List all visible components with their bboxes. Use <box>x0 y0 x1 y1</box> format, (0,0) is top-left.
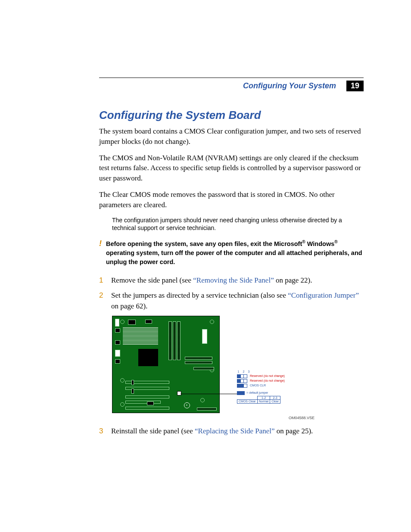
text-fragment: Set the jumpers as directed by a service… <box>111 291 288 299</box>
xref-link[interactable]: “Replacing the Side Panel” <box>195 427 275 435</box>
xref-link[interactable]: “Configuration Jumper” <box>288 291 359 299</box>
step-number: 3 <box>99 426 105 437</box>
step-text: Reinstall the side panel (see “Replacing… <box>111 426 364 437</box>
legend-row: Reserved (do not change) <box>237 379 285 383</box>
list-item: 1 Remove the side panel (see “Removing t… <box>99 275 364 286</box>
warning-icon: ! <box>99 239 102 267</box>
list-item: 2 Set the jumpers as directed by a servi… <box>99 290 364 311</box>
legend-row: Reserved (do not change) <box>237 374 285 378</box>
step-number: 1 <box>99 275 105 286</box>
table-row-label: CMOS Clear <box>237 400 258 404</box>
pin-number-row: 1 2 3 <box>237 370 285 373</box>
page-title: Configuring the System Board <box>99 109 364 122</box>
default-jumper-label: = default jumper <box>246 391 268 395</box>
motherboard-diagram: + <box>112 316 220 413</box>
warning-text: Before opening the system, save any open… <box>106 239 364 267</box>
table-cell: Normal <box>257 400 270 404</box>
figure-code: OM04588.VSE <box>112 416 314 420</box>
page-number-badge: 19 <box>346 81 364 91</box>
body-paragraph: The Clear CMOS mode removes the password… <box>99 190 364 210</box>
jumper-icon <box>237 374 247 378</box>
text-fragment: on page 25). <box>275 427 313 435</box>
step-number: 2 <box>99 290 105 311</box>
warning-box: ! Before opening the system, save any op… <box>99 239 364 267</box>
header-rule <box>99 78 364 78</box>
reserved-label: Reserved (do not change) <box>250 379 285 383</box>
step-text: Remove the side panel (see “Removing the… <box>111 275 364 286</box>
table-cell: Clear <box>270 400 280 404</box>
jumper-icon <box>237 384 247 388</box>
step-text: Set the jumpers as directed by a service… <box>111 290 364 311</box>
pin-label: 1 <box>237 370 240 373</box>
step-list: 1 Remove the side panel (see “Removing t… <box>99 275 364 311</box>
text-fragment: Reinstall the side panel (see <box>111 427 195 435</box>
jumper-legend: 1 2 3 Reserved (do not change) Reserved … <box>237 370 285 404</box>
table-header: 1-2 <box>257 396 270 400</box>
registered-mark: ® <box>334 240 337 244</box>
note-box: The configuration jumpers should never n… <box>112 216 364 233</box>
jumper-icon <box>237 379 247 383</box>
figure: + 1 2 3 Reserved (do not change) <box>112 316 314 420</box>
cmos-clr-label: CMOS CLR <box>250 384 266 387</box>
body-paragraph: The CMOS and Non-Volatile RAM (NVRAM) se… <box>99 153 364 184</box>
pin-label: 3 <box>247 370 250 373</box>
registered-mark: ® <box>302 240 305 244</box>
text-fragment: on page 22). <box>274 276 312 284</box>
default-jumper-row: = default jumper <box>237 391 285 395</box>
jumper-icon <box>237 391 245 395</box>
xref-link[interactable]: “Removing the Side Panel” <box>193 276 274 284</box>
body-paragraph: The system board contains a CMOS Clear c… <box>99 126 364 147</box>
pin-label: 2 <box>242 370 245 373</box>
list-item: 3 Reinstall the side panel (see “Replaci… <box>99 426 364 437</box>
legend-row: CMOS CLR <box>237 384 285 388</box>
warning-fragment: Before opening the system, save any open… <box>106 240 302 247</box>
section-title: Configuring Your System <box>243 81 336 90</box>
text-fragment: Remove the side panel (see <box>111 276 193 284</box>
table-header: 2-3 <box>270 396 280 400</box>
document-page: Configuring Your System 19 Configuring t… <box>0 0 411 467</box>
warning-fragment: operating system, turn off the power of … <box>106 249 362 265</box>
warning-fragment: Windows <box>305 240 335 247</box>
step-list: 3 Reinstall the side panel (see “Replaci… <box>99 426 364 437</box>
text-fragment: on page 62). <box>111 302 148 310</box>
jumper-table: 1-2 2-3 CMOS Clear Normal Clear <box>237 396 280 404</box>
running-header: Configuring Your System 19 <box>99 81 364 91</box>
reserved-label: Reserved (do not change) <box>250 374 285 378</box>
